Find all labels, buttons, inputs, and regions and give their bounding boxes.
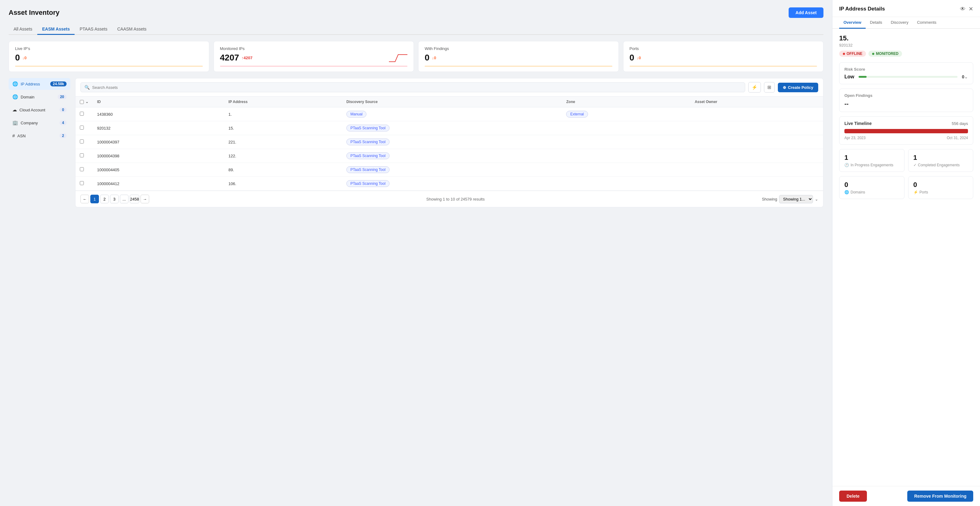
page-2-button[interactable]: 2 (100, 195, 109, 203)
ip-badges: OFFLINE MONITORED (839, 51, 973, 57)
panel-tab-comments[interactable]: Comments (913, 17, 941, 29)
select-all-checkbox[interactable] (80, 100, 84, 104)
row-checkbox[interactable] (80, 139, 84, 144)
next-page-button[interactable]: → (140, 195, 149, 203)
sidebar-item-cloud-account[interactable]: ☁Cloud Account 0 (9, 104, 70, 116)
row-checkbox[interactable] (80, 167, 84, 171)
risk-bar-fill (859, 76, 867, 78)
policy-icon: ⊕ (783, 85, 786, 90)
remove-monitoring-button[interactable]: Remove From Monitoring (907, 490, 973, 502)
domains-value: 0 (845, 181, 899, 189)
completed-value: 1 (913, 154, 968, 162)
panel-header: IP Address Details 👁 ✕ (832, 0, 980, 17)
row-checkbox[interactable] (80, 181, 84, 185)
row-source: PTaaS Scanning Tool (342, 149, 562, 163)
sidebar-item-ip-address[interactable]: 🌐IP Address 24.58k (9, 78, 70, 90)
columns-button[interactable]: ⊞ (764, 82, 775, 93)
completed-label: ✓ Completed Engagements (913, 163, 968, 167)
stat-label: Monitored IPs (220, 46, 408, 51)
table-wrapper: ⌄ ID IP Address Discovery Source Zone As… (75, 97, 823, 191)
open-findings-section: Open Findings -- (839, 89, 973, 112)
tab-easm-assets[interactable]: EASM Assets (37, 24, 75, 35)
extras-grid: 0 🌐 Domains 0 ⚡ Ports (839, 176, 973, 199)
row-checkbox[interactable] (80, 126, 84, 129)
main-tabs: All Assets EASM Assets PTAAS Assets CAAS… (9, 24, 823, 35)
clock-icon: 🕐 (845, 163, 849, 167)
table-header-row: ⌄ ID IP Address Discovery Source Zone As… (75, 97, 823, 107)
col-ip: IP Address (224, 97, 342, 107)
monitored-badge: MONITORED (869, 51, 902, 57)
row-owner (690, 163, 823, 177)
risk-expand-button[interactable]: ⌄ (964, 74, 968, 79)
completed-engagements: 1 ✓ Completed Engagements (908, 149, 974, 172)
row-source: PTaaS Scanning Tool (342, 135, 562, 149)
row-check[interactable] (75, 149, 93, 163)
risk-score-label: Risk Score (845, 67, 968, 72)
panel-body: 15. 920132 OFFLINE MONITORED Risk Score … (832, 29, 980, 486)
row-checkbox[interactable] (80, 153, 84, 157)
domains-label: 🌐 Domains (845, 190, 899, 195)
search-box[interactable]: 🔍 (80, 82, 745, 92)
select-all-col: ⌄ (75, 97, 93, 107)
table-row: 920132 15. PTaaS Scanning Tool (75, 121, 823, 135)
sidebar-item-company[interactable]: 🏢Company 4 (9, 117, 70, 129)
row-check[interactable] (75, 177, 93, 191)
row-checkbox[interactable] (80, 112, 84, 116)
row-id: 1000004397 (93, 135, 224, 149)
domains-stat: 0 🌐 Domains (839, 176, 905, 199)
close-button[interactable]: ✕ (969, 6, 973, 12)
risk-row: Low 0 ⌄ (845, 74, 968, 80)
search-input[interactable] (92, 85, 741, 90)
risk-level: Low (845, 74, 854, 80)
row-zone: External (562, 107, 690, 121)
add-asset-button[interactable]: Add Asset (789, 7, 823, 18)
timeline-header: Live Timeline 556 days (845, 121, 968, 126)
panel-tab-discovery[interactable]: Discovery (887, 17, 913, 29)
sort-icon: ⌄ (85, 100, 88, 104)
row-check[interactable] (75, 135, 93, 149)
row-check[interactable] (75, 107, 93, 121)
tab-caasm-assets[interactable]: CAASM Assets (112, 24, 151, 35)
row-owner (690, 107, 823, 121)
tab-all-assets[interactable]: All Assets (9, 24, 37, 35)
page-1-button[interactable]: 1 (90, 195, 99, 203)
sidebar-item-domain[interactable]: 🌐Domain 20 (9, 91, 70, 103)
page-header: Asset Inventory Add Asset (9, 7, 823, 18)
row-check[interactable] (75, 121, 93, 135)
prev-page-button[interactable]: ← (80, 195, 89, 203)
page-last-button[interactable]: 2458 (130, 195, 139, 203)
row-zone (562, 121, 690, 135)
row-id: 1000004405 (93, 163, 224, 177)
row-owner (690, 121, 823, 135)
asset-type-sidebar: 🌐IP Address 24.58k 🌐Domain 20 ☁Cloud Acc… (9, 78, 70, 208)
row-source: Manual (342, 107, 562, 121)
tab-ptaas-assets[interactable]: PTAAS Assets (75, 24, 112, 35)
stat-bar-findings (425, 66, 612, 67)
open-findings-value: -- (845, 100, 968, 107)
stat-bar-ports (630, 66, 817, 67)
stat-card-with-findings: With Findings 0 ↓0 (418, 41, 619, 72)
pagination: ← 1 2 3 ... 2458 → Showing 1 to 10 of 24… (75, 191, 823, 207)
panel-tab-overview[interactable]: Overview (839, 17, 865, 29)
row-check[interactable] (75, 163, 93, 177)
showing-select[interactable]: Showing Showing 1... Showing 10 Showing … (762, 195, 818, 203)
risk-value: 0 (962, 74, 964, 79)
sidebar-item-asn[interactable]: #ASN 2 (9, 130, 70, 141)
row-id: 1000004412 (93, 177, 224, 191)
showing-dropdown[interactable]: Showing 1... Showing 10 Showing 25 (779, 195, 813, 203)
row-id: 920132 (93, 121, 224, 135)
showing-label: Showing (762, 197, 777, 201)
delete-button[interactable]: Delete (839, 490, 867, 502)
create-policy-button[interactable]: ⊕ Create Policy (778, 83, 818, 92)
stat-label: Live IP's (15, 46, 203, 51)
col-id: ID (93, 97, 224, 107)
table-row: 1000004405 89. PTaaS Scanning Tool (75, 163, 823, 177)
check-icon: ✓ (913, 163, 916, 167)
page-3-button[interactable]: 3 (110, 195, 119, 203)
table-row: 1000004412 106. PTaaS Scanning Tool (75, 177, 823, 191)
eye-button[interactable]: 👁 (960, 6, 966, 12)
row-owner (690, 135, 823, 149)
panel-tab-details[interactable]: Details (865, 17, 887, 29)
stat-bar (15, 66, 203, 67)
filter-button[interactable]: ⚡ (748, 82, 761, 93)
